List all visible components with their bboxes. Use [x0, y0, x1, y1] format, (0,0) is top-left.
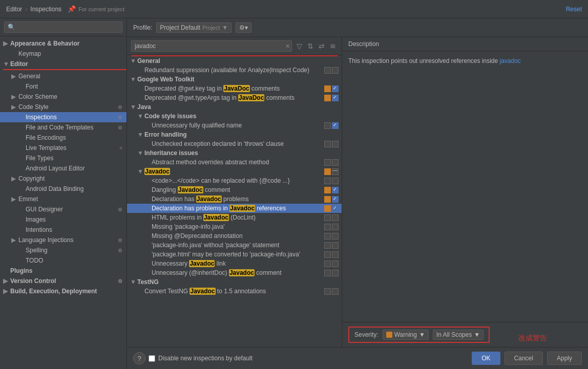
profile-gear-button[interactable]: ⚙▾ — [236, 23, 251, 33]
cb-enable[interactable] — [332, 95, 339, 101]
cb-scope[interactable] — [324, 224, 331, 230]
cb-scope[interactable] — [324, 122, 331, 129]
insp-item-package-html[interactable]: 'package.html' may be converted to 'pack… — [127, 250, 342, 259]
insp-item-unnecessary-inherit[interactable]: Unnecessary (@inheritDoc) Javadoc commen… — [127, 268, 342, 277]
cb-scope[interactable] — [324, 67, 331, 74]
sidebar-item-language-injections[interactable]: ▶ Language Injections ⚙ — [0, 235, 127, 245]
more-icon[interactable]: ≋ — [328, 41, 338, 51]
insp-item-gwt-key[interactable]: Deprecated @gwt.key tag in JavaDoc comme… — [127, 84, 342, 93]
inheritance-header[interactable]: ▼ Inheritance issues — [127, 148, 342, 158]
cb-enable[interactable] — [332, 122, 339, 129]
general-group-header[interactable]: ▼ General — [127, 56, 342, 66]
sidebar-item-spelling[interactable]: Spelling ⚙ — [0, 245, 127, 255]
insp-item-missing-deprecated[interactable]: Missing @Deprecated annotation — [127, 231, 342, 241]
insp-item-abstract[interactable]: Abstract method overrides abstract metho… — [127, 158, 342, 167]
insp-item-unchecked[interactable]: Unchecked exception declared in 'throws'… — [127, 139, 342, 148]
sidebar-item-live-templates[interactable]: Live Templates = — [0, 143, 127, 153]
insp-item-dangling[interactable]: Dangling Javadoc comment — [127, 185, 342, 194]
cb-scope[interactable] — [324, 270, 331, 276]
cb-scope[interactable] — [324, 159, 331, 166]
profile-select-container[interactable]: Project Default Project ▼ — [156, 23, 232, 33]
sidebar-item-build-execution[interactable]: ▶ Build, Execution, Deployment — [0, 286, 127, 296]
insp-item-package-without[interactable]: 'package-info.java' without 'package' st… — [127, 241, 342, 250]
sidebar-item-file-encodings[interactable]: File Encodings — [0, 133, 127, 143]
filter-icon[interactable]: ▽ — [295, 41, 304, 51]
sidebar-item-keymap[interactable]: Keymap — [0, 49, 127, 59]
expand-icon[interactable]: ⇅ — [306, 41, 315, 51]
cb-enable[interactable] — [332, 288, 339, 295]
sidebar-item-file-templates[interactable]: File and Code Templates ⚙ — [0, 122, 127, 133]
java-group-header[interactable]: ▼ Java — [127, 102, 342, 112]
testng-group-header[interactable]: ▼ TestNG — [127, 277, 342, 287]
insp-item-redundant[interactable]: Redundant suppression (available for Ana… — [127, 66, 342, 75]
cb-scope[interactable] — [324, 85, 331, 92]
insp-item-missing-package[interactable]: Missing 'package-info.java' — [127, 222, 342, 231]
sidebar-item-color-scheme[interactable]: ▶ Color Scheme — [0, 92, 127, 102]
sidebar-item-inspections[interactable]: Inspections ⚙ — [0, 112, 127, 122]
sidebar-item-intentions[interactable]: Intentions — [0, 225, 127, 235]
sidebar-item-editor[interactable]: ▼ Editor — [0, 59, 127, 69]
inspections-search-input[interactable] — [131, 40, 292, 52]
insp-item-declaration-references[interactable]: Declaration has problems in Javadoc refe… — [127, 204, 342, 213]
cb-enable[interactable] — [332, 187, 339, 193]
cb-scope[interactable] — [324, 251, 331, 258]
sidebar-item-version-control[interactable]: ▶ Version Control ⚙ — [0, 276, 127, 286]
cb-scope[interactable] — [324, 288, 331, 295]
insp-item-code-replace[interactable]: <code>...</code> can be replaced with {@… — [127, 176, 342, 185]
insp-item-declaration-problems[interactable]: Declaration has Javadoc problems — [127, 194, 342, 204]
insp-item-unnecessary-qualified[interactable]: Unnecessary fully qualified name — [127, 121, 342, 130]
cb-enable[interactable] — [332, 205, 339, 212]
sidebar-item-plugins[interactable]: Plugins — [0, 266, 127, 276]
gwt-group-header[interactable]: ▼ Google Web Toolkit — [127, 75, 342, 84]
sidebar-item-general[interactable]: ▶ General — [0, 71, 127, 81]
cancel-button[interactable]: Cancel — [505, 352, 543, 365]
cb-scope[interactable] — [324, 242, 331, 249]
cb-enable[interactable] — [332, 168, 339, 175]
cb-scope[interactable] — [324, 233, 331, 240]
javadoc-group-header[interactable]: ▼ Javadoc — [127, 167, 342, 176]
sidebar-item-file-types[interactable]: File Types — [0, 153, 127, 163]
cb-enable[interactable] — [332, 214, 339, 221]
help-button[interactable]: ? — [133, 352, 145, 364]
reset-button[interactable]: Reset — [566, 6, 582, 13]
sidebar-item-todo[interactable]: TODO — [0, 255, 127, 266]
scope-select[interactable]: In All Scopes ▼ — [433, 330, 484, 340]
sidebar-item-code-style[interactable]: ▶ Code Style ⚙ — [0, 102, 127, 112]
cb-scope[interactable] — [324, 196, 331, 203]
sidebar-item-font[interactable]: Font — [0, 81, 127, 92]
cb-enable[interactable] — [332, 141, 339, 147]
cb-enable[interactable] — [332, 159, 339, 166]
cb-enable[interactable] — [332, 67, 339, 74]
cb-scope[interactable] — [324, 261, 331, 267]
sidebar-item-android-data[interactable]: Android Data Binding — [0, 184, 127, 194]
cb-enable[interactable] — [332, 242, 339, 249]
cb-enable[interactable] — [332, 261, 339, 267]
cb-scope[interactable] — [324, 187, 331, 193]
cb-scope[interactable] — [324, 214, 331, 221]
sidebar-item-gui-designer[interactable]: GUI Designer ⚙ — [0, 204, 127, 214]
error-handling-header[interactable]: ▼ Error handling — [127, 130, 342, 139]
disable-inspections-checkbox[interactable] — [149, 355, 155, 362]
insp-item-unnecessary-link[interactable]: Unnecessary Javadoc link — [127, 259, 342, 268]
sidebar-item-android-layout[interactable]: Android Layout Editor — [0, 163, 127, 173]
sidebar-search-input[interactable] — [4, 21, 122, 33]
apply-button[interactable]: Apply — [547, 352, 582, 365]
insp-item-testng-convert[interactable]: Convert TestNG Javadoc to 1.5 annotation… — [127, 287, 342, 296]
cb-enable[interactable] — [332, 196, 339, 203]
cb-enable[interactable] — [332, 251, 339, 258]
collapse-icon[interactable]: ⇄ — [317, 41, 326, 51]
cb-enable[interactable] — [332, 224, 339, 230]
cb-scope[interactable] — [324, 168, 331, 175]
clear-search-button[interactable]: ✕ — [285, 43, 290, 50]
sidebar-item-appearance[interactable]: ▶ Appearance & Behavior — [0, 38, 127, 49]
sidebar-item-images[interactable]: Images — [0, 214, 127, 225]
insp-item-html-problems[interactable]: HTML problems in Javadoc (DocLint) — [127, 213, 342, 222]
cb-scope[interactable] — [324, 95, 331, 101]
severity-select[interactable]: Warning ▼ — [383, 330, 429, 340]
cb-enable[interactable] — [332, 270, 339, 276]
disable-inspections-label[interactable]: Disable new inspections by default — [149, 355, 253, 362]
cb-enable[interactable] — [332, 178, 339, 184]
sidebar-item-copyright[interactable]: ▶ Copyright — [0, 173, 127, 184]
cb-scope[interactable] — [324, 205, 331, 212]
cb-scope[interactable] — [324, 141, 331, 147]
